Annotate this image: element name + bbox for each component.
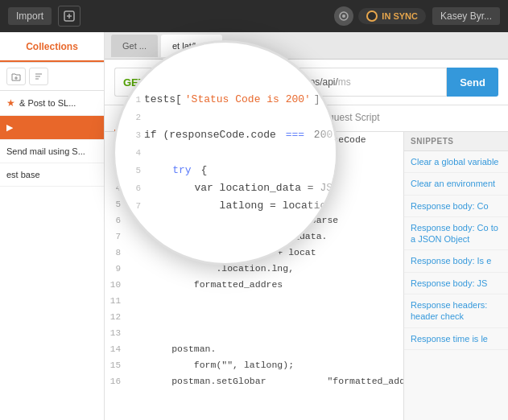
line-content: try { <box>127 196 403 212</box>
line-number: 13 <box>105 325 127 341</box>
sub-tabs: Authorization Headers Body Pre-request S… <box>105 105 508 132</box>
sidebar-toolbar <box>0 63 104 91</box>
new-tab-icon <box>64 10 75 22</box>
sync-dot <box>366 10 378 22</box>
sort-button[interactable] <box>29 68 48 85</box>
sidebar-item-label: Send mail using S... <box>6 146 85 156</box>
sub-tab-authorization[interactable]: Authorization <box>114 105 190 131</box>
tab-bar: Get ... et lat/long + <box>105 32 508 60</box>
sync-status-badge: IN SYNC <box>358 8 426 24</box>
main-layout: Collections ★ & Post to SL... <box>0 32 508 420</box>
line-number: 6 <box>105 212 127 229</box>
line-content: tests['Status Code is 200'] = (responseC… <box>127 132 403 148</box>
line-content: form("", latlong); <box>127 357 403 373</box>
chevron-down-icon: ▾ <box>150 78 154 87</box>
svg-point-4 <box>342 14 345 18</box>
code-line: 15 form("", latlong); <box>105 357 403 373</box>
user-button[interactable]: Kasey Byr... <box>432 7 500 25</box>
line-number: 3 <box>105 164 127 180</box>
url-bar: GET ▾ https://maps.googleapis.com/maps/a… <box>114 68 498 97</box>
code-line: 10 formatted_addres <box>105 277 403 293</box>
sidebar-item-label: est base <box>6 170 40 179</box>
sub-tab-body[interactable]: Body <box>249 105 290 131</box>
line-number: 2 <box>105 148 127 164</box>
code-editor[interactable]: 1tests['Status Code is 200'] = (response… <box>105 132 403 420</box>
snippet-item[interactable]: Response headers: header check <box>404 294 508 328</box>
snippet-item[interactable]: Clear an environment <box>404 173 508 195</box>
snippet-item[interactable]: Response body: JS <box>404 273 508 294</box>
code-line: 16 postman.setGlobar "formatted_address" <box>105 373 403 389</box>
line-number: 9 <box>105 261 127 277</box>
sidebar-item-3[interactable]: Send mail using S... <box>0 140 104 163</box>
line-number: 15 <box>105 357 127 373</box>
line-number: 11 <box>105 293 127 309</box>
snippets-panel: SNIPPETS Clear a global variableClear an… <box>403 132 508 420</box>
add-tab-button[interactable]: + <box>225 39 241 53</box>
code-line: 12 <box>105 309 403 325</box>
editor-area: 1tests['Status Code is 200'] = (response… <box>105 132 508 420</box>
snippet-item[interactable]: Response body: Is e <box>404 250 508 272</box>
url-suffix: ms <box>338 76 351 88</box>
code-line: 9 .location.lng, <box>105 261 403 277</box>
sidebar-item-4[interactable]: est base <box>0 163 104 187</box>
code-line: 13 <box>105 325 403 341</box>
url-input[interactable]: https://maps.googleapis.com/maps/api/ms <box>162 68 447 97</box>
tab-get-latlong[interactable]: et lat/long <box>161 35 222 57</box>
sidebar-item-1[interactable]: ★ & Post to SL... <box>0 91 104 116</box>
code-line: 6 var location_data = JSON.parse <box>105 212 403 229</box>
sidebar-item-label: & Post to SL... <box>19 98 76 108</box>
line-number: 14 <box>105 341 127 357</box>
sync-area: IN SYNC <box>334 6 426 26</box>
code-line: 2 <box>105 148 403 164</box>
new-collection-icon-button[interactable] <box>58 6 81 27</box>
line-content: formatted_addres <box>127 277 403 293</box>
line-number: 1 <box>105 132 127 148</box>
code-line: 4 <box>105 180 403 196</box>
line-number: 10 <box>105 277 127 293</box>
code-line: 11 <box>105 293 403 309</box>
code-line: 7 latlong = location_data. <box>105 229 403 245</box>
sidebar-item-2-active[interactable]: ▶ <box>0 116 104 140</box>
line-number: 4 <box>105 180 127 196</box>
url-section: GET ▾ https://maps.googleapis.com/maps/a… <box>105 60 508 105</box>
line-content: if (responseCode.code === 200) { <box>127 164 403 180</box>
sidebar-item-label: ▶ <box>6 122 13 133</box>
snippet-item[interactable]: Response time is le <box>404 328 508 350</box>
code-line: 5 try { <box>105 196 403 212</box>
line-number: 7 <box>105 229 127 245</box>
code-line: 3if (responseCode.code === 200) { <box>105 164 403 180</box>
line-content: var location_data = JSON.parse <box>127 212 403 229</box>
tab-get[interactable]: Get ... <box>111 35 158 57</box>
code-line: 14 postman. <box>105 341 403 357</box>
line-number: 12 <box>105 309 127 325</box>
star-icon: ★ <box>6 97 15 109</box>
line-content: postman.setGlobar "formatted_address" <box>127 373 403 389</box>
line-number: 8 <box>105 245 127 261</box>
method-dropdown[interactable]: GET ▾ <box>114 68 162 97</box>
snippet-item[interactable]: Clear a global variable <box>404 151 508 173</box>
new-folder-button[interactable] <box>6 68 26 85</box>
snippet-item[interactable]: Response body: Co <box>404 196 508 217</box>
sub-tab-pre-request-script[interactable]: Pre-request Script <box>292 105 390 131</box>
import-button[interactable]: Import <box>8 7 52 25</box>
sidebar-tabs: Collections <box>0 32 104 63</box>
sub-tab-headers[interactable]: Headers <box>192 105 247 131</box>
line-number: 5 <box>105 196 127 212</box>
snippets-header: SNIPPETS <box>404 132 508 151</box>
line-number: 16 <box>105 373 127 389</box>
topbar: Import IN SYNC Kasey Byr... <box>0 0 508 32</box>
code-line: 8 .lat + "," + locat <box>105 245 403 261</box>
code-line: 1tests['Status Code is 200'] = (response… <box>105 132 403 148</box>
sync-settings-icon[interactable] <box>334 6 353 26</box>
snippet-item[interactable]: Response body: Co to a JSON Object <box>404 217 508 251</box>
sidebar-tab-collections[interactable]: Collections <box>0 32 104 62</box>
line-content: postman. <box>127 341 403 357</box>
line-content: latlong = location_data. <box>127 229 403 245</box>
line-content: .location.lng, <box>127 261 403 277</box>
sidebar: Collections ★ & Post to SL... <box>0 32 105 420</box>
content-area: Get ... et lat/long + GET ▾ https://maps… <box>105 32 508 420</box>
line-content: .lat + "," + locat <box>127 245 403 261</box>
send-button[interactable]: Send <box>447 68 498 97</box>
